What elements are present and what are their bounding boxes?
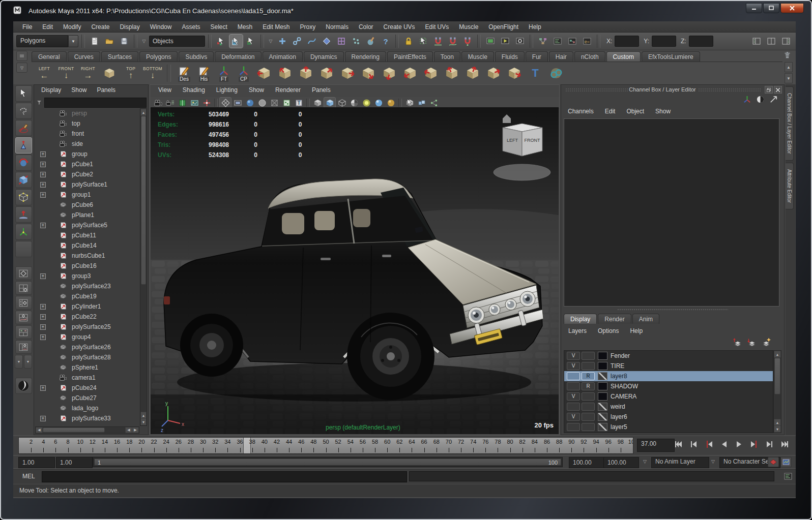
outliner-item-polysurface5[interactable]: +polySurface5 xyxy=(35,220,139,230)
menu-edit[interactable]: Edit xyxy=(37,22,58,32)
vp-glow-button[interactable] xyxy=(361,98,372,108)
outliner-item-side[interactable]: side xyxy=(35,139,139,149)
shelf-tab-toggle[interactable] xyxy=(16,51,27,61)
outliner-item-psphere1[interactable]: pSphere1 xyxy=(35,362,139,373)
shelf-tab-muscle[interactable]: Muscle xyxy=(461,51,494,62)
tool-mode-selector[interactable]: Polygons▼ xyxy=(16,35,78,47)
layer-render-checkbox[interactable] xyxy=(582,352,595,360)
layer-color-swatch[interactable] xyxy=(598,372,607,380)
lock-button[interactable] xyxy=(402,35,415,48)
layer-row-fender[interactable]: VFender xyxy=(564,351,773,361)
viewport-menu-show[interactable]: Show xyxy=(245,86,268,96)
shelf-tab-toon[interactable]: Toon xyxy=(434,51,460,62)
layer-tab-render[interactable]: Render xyxy=(598,314,631,324)
layer-render-checkbox[interactable] xyxy=(582,362,595,370)
shelf-tab-deformation[interactable]: Deformation xyxy=(215,51,261,62)
layer-row-layer8[interactable]: Rlayer8 xyxy=(564,371,773,381)
outliner-item-pcube22[interactable]: +pCube22 xyxy=(35,312,139,322)
expand-icon[interactable]: + xyxy=(40,334,46,340)
playback-start-field[interactable] xyxy=(56,457,93,468)
viewport-menu-shading[interactable]: Shading xyxy=(179,86,209,96)
layer-row-layer5[interactable]: layer5 xyxy=(564,422,773,432)
current-frame-field[interactable]: 37.00 xyxy=(637,439,675,452)
vp-bookmark-button[interactable] xyxy=(177,98,188,108)
expand-icon[interactable]: + xyxy=(40,192,46,198)
layer-color-swatch[interactable] xyxy=(598,403,607,411)
menu-create[interactable]: Create xyxy=(86,22,114,32)
back-key-button[interactable] xyxy=(703,438,714,450)
shelf-tool-12-button[interactable] xyxy=(484,64,503,82)
layout-hypergraph-button[interactable] xyxy=(15,325,32,339)
paint-select-tool[interactable] xyxy=(15,120,32,136)
panel-channel-button[interactable] xyxy=(779,35,793,48)
layer-tab-display[interactable]: Display xyxy=(564,314,597,324)
viewport-menu-view[interactable]: View xyxy=(154,86,176,96)
node-editor-button[interactable] xyxy=(566,35,579,48)
shelf-tool-5-button[interactable] xyxy=(338,64,357,82)
layer-visible-checkbox[interactable] xyxy=(567,423,580,431)
vp-notex-button[interactable] xyxy=(269,98,280,108)
shelf-tab-dynamics[interactable]: Dynamics xyxy=(304,51,344,62)
layer-visible-checkbox[interactable]: V xyxy=(567,352,580,360)
layer-row-layer6[interactable]: Vlayer6 xyxy=(564,412,773,422)
layer-color-swatch[interactable] xyxy=(598,392,607,401)
y-coord-field[interactable] xyxy=(652,36,676,47)
panel-restore-button[interactable] xyxy=(765,86,773,94)
layer-visible-checkbox[interactable] xyxy=(567,382,580,390)
outliner-vscrollbar[interactable]: ▲ ▲ ▼ xyxy=(140,108,147,426)
shelf-tab-hair[interactable]: Hair xyxy=(549,51,573,62)
tool-scatter-button[interactable] xyxy=(350,35,363,48)
panel-outliner-button[interactable] xyxy=(750,35,763,48)
layer-menu-help[interactable]: Help xyxy=(625,327,647,335)
save-scene-button[interactable] xyxy=(118,35,131,48)
render-current-button[interactable] xyxy=(499,35,512,48)
tool-curve-button[interactable] xyxy=(305,35,318,48)
magnet-curve-button[interactable] xyxy=(446,35,459,48)
z-coord-field[interactable] xyxy=(689,36,713,47)
outliner-item-partial[interactable] xyxy=(35,423,139,426)
close-button[interactable] xyxy=(780,3,804,13)
range-slider-bar[interactable]: 1 100 xyxy=(94,458,561,466)
outliner-hscrollbar[interactable]: ◀ ◀ ▶ xyxy=(35,426,139,434)
range-slider[interactable]: 1 100 xyxy=(93,457,563,467)
back-frame-button[interactable] xyxy=(687,438,699,450)
vp-cubepair-button[interactable] xyxy=(416,98,427,108)
fwd-key-button[interactable] xyxy=(748,438,760,450)
vp-image-plane-button[interactable] xyxy=(189,98,200,108)
layout-dropdown-right[interactable]: ▼ xyxy=(24,355,32,369)
chevron-down-icon[interactable]: ▼ xyxy=(68,35,78,47)
outliner-item-pcube24[interactable]: +pCube24 xyxy=(35,383,139,393)
auto-keyframe-icon[interactable] xyxy=(768,457,779,467)
vp-blueball-button[interactable] xyxy=(373,98,384,108)
perspective-viewport[interactable]: ViewShadingLightingShowRendererPanels T xyxy=(150,84,560,435)
panel-close-button[interactable] xyxy=(774,86,782,94)
layer-up-icon[interactable] xyxy=(733,338,742,347)
new-scene-button[interactable] xyxy=(88,35,101,48)
panel-splitter[interactable] xyxy=(617,309,728,311)
render-settings-button[interactable] xyxy=(513,35,527,48)
layer-color-swatch[interactable] xyxy=(598,382,607,390)
hypergraph-button[interactable] xyxy=(536,35,549,48)
shelf-scroll-down[interactable]: ▼ xyxy=(785,73,793,83)
menu-select[interactable]: Select xyxy=(205,22,232,32)
shelf-button-ft[interactable]: FT xyxy=(215,65,233,82)
shelf-tab-animation[interactable]: Animation xyxy=(263,51,303,62)
outliner-item-pplane1[interactable]: pPlane1 xyxy=(35,210,139,220)
outliner-item-polysurface26[interactable]: polySurface26 xyxy=(35,342,139,352)
layer-row-weird[interactable]: weird xyxy=(564,402,773,412)
mask-filter-arrow[interactable]: ▽ xyxy=(140,39,148,44)
shelf-button-cp[interactable]: CP xyxy=(235,65,252,82)
shelf-tab-curves[interactable]: Curves xyxy=(68,51,100,62)
select-object-button[interactable] xyxy=(229,35,243,48)
expand-icon[interactable]: + xyxy=(40,162,46,167)
expand-icon[interactable]: + xyxy=(40,385,46,391)
vp-text-button[interactable]: T xyxy=(293,98,304,108)
mel-input[interactable] xyxy=(42,471,407,482)
scroll-down-arrow[interactable]: ▼ xyxy=(140,418,147,425)
maya-logo-button[interactable] xyxy=(15,378,32,394)
select-hierarchy-button[interactable] xyxy=(215,35,228,48)
expression-button[interactable]: e= xyxy=(581,35,594,48)
view-cube-front-label[interactable]: FRONT xyxy=(525,138,540,143)
expand-icon[interactable]: + xyxy=(40,314,46,320)
x-coord-field[interactable] xyxy=(615,36,639,47)
